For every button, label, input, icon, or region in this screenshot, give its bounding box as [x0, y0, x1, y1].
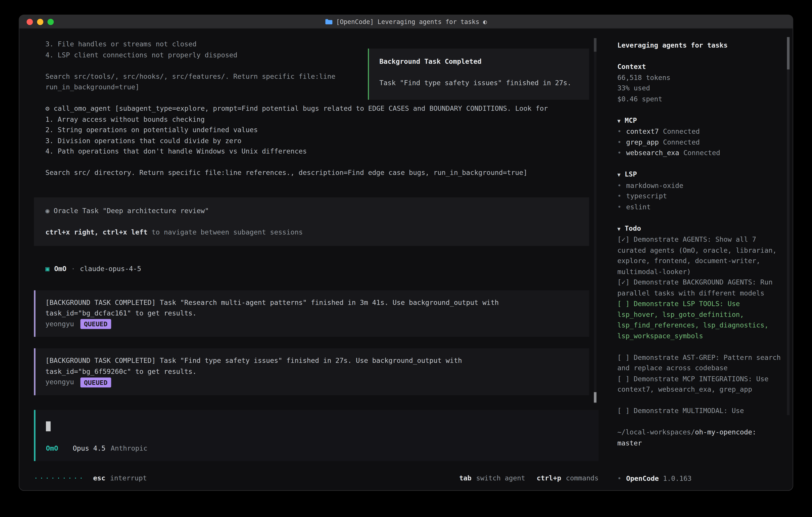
zoom-window-button[interactable]: [48, 19, 54, 25]
tab-key-label: switch agent: [476, 473, 525, 484]
tool-call-item: 2. String operations on potentially unde…: [34, 125, 599, 136]
minimize-window-button[interactable]: [37, 19, 43, 25]
oracle-task-title: ◉Oracle Task "Deep architecture review": [34, 206, 589, 216]
tool-call-item: 3. Division operations that could divide…: [34, 136, 599, 146]
oracle-hint-line: ctrl+x right, ctrl+x left to navigate be…: [34, 227, 589, 238]
context-spent: $0.46 spent: [617, 94, 782, 105]
task-meta: yeongyu QUEUED: [46, 319, 579, 330]
workspace-path: ~/local-workspaces/oh-my-opencode: maste…: [617, 427, 782, 448]
chat-pane[interactable]: 3. File handles or streams not closed 4.…: [19, 29, 609, 490]
active-model: Opus 4.5: [73, 443, 106, 454]
gear-icon: ⚙: [46, 104, 49, 112]
lsp-section-header[interactable]: ▼LSP: [617, 169, 782, 180]
workspace-branch: master: [617, 439, 642, 446]
oracle-task-panel: ◉Oracle Task "Deep architecture review" …: [34, 197, 589, 246]
todo-item: [✓] Demonstrate BACKGROUND AGENTS: Run p…: [617, 277, 782, 299]
lsp-name: typescript: [626, 191, 667, 202]
hint-keys: ctrl+x right, ctrl+x left: [46, 228, 147, 236]
sidebar-scrollbar-thumb[interactable]: [787, 37, 790, 70]
spacer: [617, 213, 782, 223]
bullet-icon: •: [617, 180, 621, 191]
tool-call-item: 4. Path operations that don't handle Win…: [34, 146, 599, 157]
task-message-line: task_id="bg_dcfac161" to get results.: [46, 308, 579, 319]
task-message-line: [BACKGROUND TASK COMPLETED] Task "Resear…: [46, 297, 579, 308]
context-heading: Context: [617, 61, 782, 72]
hint-text: to navigate between subagent sessions: [147, 228, 303, 236]
mcp-name: context7: [626, 126, 659, 137]
bullet-icon: •: [617, 137, 621, 148]
bullet-icon: •: [617, 148, 621, 159]
traffic-lights: [27, 19, 54, 25]
todo-section-header[interactable]: ▼Todo: [617, 223, 782, 235]
tool-call-line: ⚙call_omo_agent [subagent_type=explore, …: [34, 103, 599, 114]
opencode-version-number: 1.0.163: [663, 473, 692, 484]
esc-key-label: interrupt: [110, 473, 147, 484]
spacer: [617, 51, 782, 62]
scrollbar-thumb[interactable]: [594, 392, 597, 403]
terminal-blank-line: [34, 157, 599, 168]
bullet-icon: •: [617, 126, 621, 137]
status-bar: ········· esc interrupt tab switch agent…: [34, 470, 599, 486]
session-sidebar: Leveraging agents for tasks Context 66,5…: [609, 29, 793, 490]
mcp-item: •websearch_exaConnected: [617, 148, 782, 159]
task-message-line: task_id="bg_6f59260c" to get results.: [46, 366, 579, 377]
activity-dots: ·········: [34, 473, 85, 484]
todo-heading-label: Todo: [625, 224, 641, 232]
prompt-input[interactable]: OmO Opus 4.5 Anthropic: [34, 410, 599, 461]
toast-message: Task "Find type safety issues" finished …: [379, 78, 579, 88]
todo-item: [✓] Demonstrate AGENTS: Show all 7 curat…: [617, 235, 782, 277]
status-right: tab switch agent ctrl+p commands: [448, 473, 599, 484]
model-provider: Anthropic: [111, 443, 147, 454]
tab-key-hint: tab: [459, 473, 471, 484]
tool-call-args: [subagent_type=explore, prompt=Find pote…: [115, 104, 548, 112]
session-title: Leveraging agents for tasks: [617, 40, 782, 51]
terminal-window: [OpenCode] Leveraging agents for tasks ◐…: [19, 15, 793, 491]
context-tokens: 66,518 tokens: [617, 72, 782, 83]
context-used: 33% used: [617, 83, 782, 94]
mcp-item: •grep_appConnected: [617, 137, 782, 148]
tab-hint: tab switch agent: [459, 473, 525, 484]
mcp-status: Connected: [663, 137, 700, 148]
active-agent: OmO: [46, 443, 58, 454]
agent-checkbox-icon: ▣: [46, 264, 49, 274]
toast-title: Background Task Completed: [379, 56, 579, 67]
mcp-section-header[interactable]: ▼MCP: [617, 115, 782, 126]
lsp-heading-label: LSP: [625, 170, 637, 178]
chevron-down-icon: ▼: [617, 172, 620, 178]
background-task-toast: Background Task Completed Task "Find typ…: [368, 49, 589, 100]
scrollbar-track[interactable]: [594, 38, 597, 404]
status-left: ········· esc interrupt: [34, 473, 147, 484]
mcp-heading-label: MCP: [625, 116, 637, 124]
agent-header: ▣ OmO · claude-opus-4-5: [34, 264, 599, 274]
opencode-name: OpenCode: [626, 473, 659, 484]
ctrlp-key-label: commands: [566, 473, 599, 484]
lsp-name: eslint: [626, 202, 651, 213]
tool-call-name: call_omo_agent: [54, 104, 111, 112]
titlebar[interactable]: [OpenCode] Leveraging agents for tasks ◐: [19, 15, 793, 29]
bullet-icon: •: [617, 191, 621, 202]
tool-call-item: 1. Array access without bounds checking: [34, 114, 599, 125]
text-cursor: [46, 421, 51, 431]
workspace-path-prefix: ~/local-workspaces/: [617, 428, 695, 436]
mcp-status: Connected: [663, 126, 700, 137]
agent-separator: ·: [71, 264, 75, 274]
spacer: [617, 104, 782, 115]
background-task-message: [BACKGROUND TASK COMPLETED] Task "Resear…: [34, 290, 589, 337]
bullet-icon: •: [617, 473, 621, 484]
task-user: yeongyu: [46, 319, 74, 330]
chevron-down-icon: ▼: [617, 118, 620, 124]
sidebar-scrollbar-track[interactable]: [787, 37, 790, 415]
window-title-text: [OpenCode] Leveraging agents for tasks ◐: [336, 19, 487, 25]
oracle-task-title-text: Oracle Task "Deep architecture review": [54, 207, 209, 214]
task-message-line: [BACKGROUND TASK COMPLETED] Task "Find t…: [46, 356, 579, 366]
ctrlp-key-hint: ctrl+p: [537, 473, 561, 484]
mcp-status: Connected: [683, 148, 720, 159]
lsp-item: •eslint: [617, 202, 782, 213]
close-window-button[interactable]: [27, 19, 33, 25]
folder-icon: [325, 19, 332, 25]
queued-badge: QUEUED: [80, 319, 111, 329]
scrollbar-thumb[interactable]: [594, 38, 597, 52]
task-user: yeongyu: [46, 377, 74, 388]
todo-item: [ ] Demonstrate LSP TOOLS: Use lsp_hover…: [617, 299, 782, 342]
esc-key-hint: esc: [93, 473, 105, 484]
